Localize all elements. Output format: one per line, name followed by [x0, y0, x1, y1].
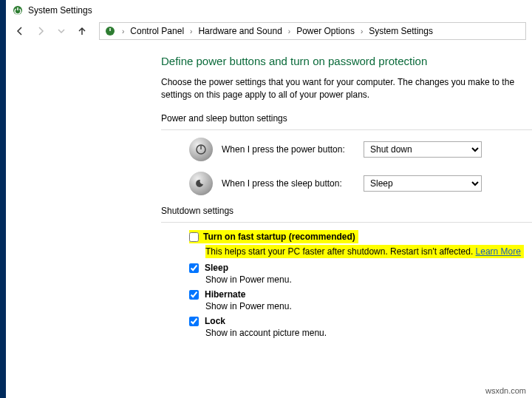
breadcrumb[interactable]: › Control Panel › Hardware and Sound › P… [99, 22, 526, 40]
lock-option: Lock [189, 316, 532, 326]
sleep-checkbox[interactable] [189, 263, 199, 273]
page-title: Define power buttons and turn on passwor… [161, 55, 532, 67]
fast-startup-label: Turn on fast startup (recommended) [203, 232, 355, 242]
sleep-button-label: When I press the sleep button: [222, 178, 355, 189]
sleep-button-row: When I press the sleep button: Sleep [189, 172, 532, 195]
crumb-hardware-sound[interactable]: Hardware and Sound [197, 26, 283, 36]
sleep-desc: Show in Power menu. [205, 274, 532, 285]
lock-label: Lock [205, 316, 225, 326]
crumb-system-settings[interactable]: System Settings [367, 26, 434, 36]
learn-more-link[interactable]: Learn More [476, 246, 521, 257]
navbar: › Control Panel › Hardware and Sound › P… [6, 21, 532, 47]
crumb-power-options[interactable]: Power Options [295, 26, 356, 36]
watermark: wsxdn.com [485, 386, 526, 395]
chevron-right-icon: › [187, 27, 195, 36]
section-shutdown: Shutdown settings [161, 206, 532, 216]
sleep-option: Sleep [189, 263, 532, 273]
titlebar: System Settings [6, 0, 532, 21]
hibernate-checkbox[interactable] [189, 290, 199, 300]
power-options-icon [104, 25, 116, 37]
forward-button[interactable] [33, 23, 49, 39]
chevron-right-icon: › [119, 27, 127, 36]
page-description: Choose the power settings that you want … [161, 76, 532, 101]
chevron-right-icon: › [285, 27, 293, 36]
sleep-icon [189, 172, 213, 195]
fast-startup-desc: This helps start your PC faster after sh… [205, 245, 532, 258]
section-power-sleep: Power and sleep button settings [161, 113, 532, 124]
hibernate-label: Hibernate [205, 289, 245, 300]
hibernate-desc: Show in Power menu. [205, 301, 532, 311]
fast-startup-option: Turn on fast startup (recommended) [189, 230, 532, 243]
fast-startup-checkbox[interactable] [189, 232, 199, 242]
power-button-select[interactable]: Shut down [364, 141, 482, 158]
power-button-label: When I press the power button: [222, 144, 355, 155]
up-button[interactable] [74, 23, 90, 39]
back-button[interactable] [12, 23, 28, 39]
sleep-button-select[interactable]: Sleep [364, 175, 482, 192]
lock-desc: Show in account picture menu. [205, 328, 532, 338]
power-options-icon [12, 4, 24, 16]
power-button-row: When I press the power button: Shut down [189, 138, 532, 161]
content-pane: Define power buttons and turn on passwor… [6, 47, 532, 338]
window-title: System Settings [28, 5, 92, 16]
lock-checkbox[interactable] [189, 317, 199, 326]
sleep-label: Sleep [205, 263, 228, 273]
chevron-right-icon: › [358, 27, 366, 36]
power-icon [189, 138, 213, 161]
crumb-control-panel[interactable]: Control Panel [129, 26, 185, 36]
recent-dropdown-icon[interactable] [53, 23, 69, 39]
hibernate-option: Hibernate [189, 289, 532, 300]
divider [161, 222, 532, 223]
divider [161, 129, 532, 130]
